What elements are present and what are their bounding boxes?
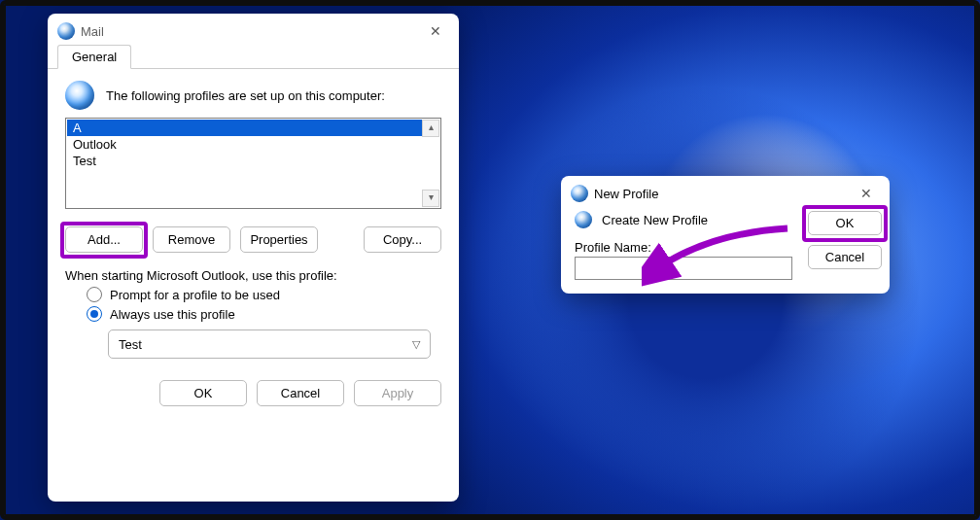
properties-button[interactable]: Properties [240,226,318,253]
tab-general[interactable]: General [57,45,131,69]
new-profile-icon [571,185,588,202]
new-profile-dialog: New Profile ✕ Create New Profile Profile… [561,176,890,294]
scroll-up-icon[interactable]: ▴ [422,120,439,137]
profile-listbox[interactable]: A Outlook Test ▴ ▾ [65,118,441,209]
startup-label: When starting Microsoft Outlook, use thi… [65,268,441,283]
mail-content: The following profiles are set up on thi… [48,69,459,420]
chevron-down-icon: ▽ [412,338,420,351]
new-profile-titlebar: New Profile ✕ [561,176,890,205]
profile-name-label: Profile Name: [575,240,792,255]
radio-prompt[interactable] [87,287,102,302]
new-profile-title: New Profile [594,187,853,201]
close-icon[interactable]: ✕ [422,21,449,41]
scroll-down-icon[interactable]: ▾ [422,190,439,207]
profile-name-input[interactable] [575,257,792,280]
list-item[interactable]: Test [67,153,423,169]
close-icon[interactable]: ✕ [853,184,880,203]
mail-title: Mail [81,24,422,39]
radio-always[interactable] [87,306,102,322]
mail-icon [57,22,75,40]
add-button[interactable]: Add... [65,226,143,253]
radio-always-row[interactable]: Always use this profile [87,306,441,322]
np-cancel-button[interactable]: Cancel [808,245,882,269]
profiles-intro-text: The following profiles are set up on thi… [106,88,385,103]
profile-combobox[interactable]: Test ▽ [108,329,431,359]
radio-prompt-row[interactable]: Prompt for a profile to be used [87,287,441,302]
profile-combobox-value: Test [119,337,142,352]
np-ok-button[interactable]: OK [808,211,882,235]
profiles-icon [65,81,94,110]
list-item[interactable]: Outlook [67,136,423,153]
mail-dialog: Mail ✕ General The following profiles ar… [48,14,459,502]
mail-tabstrip: General [48,43,459,69]
list-item[interactable]: A [67,120,423,136]
apply-button[interactable]: Apply [354,380,441,406]
radio-prompt-label: Prompt for a profile to be used [110,288,280,302]
create-profile-heading: Create New Profile [602,213,708,227]
mail-titlebar: Mail ✕ [48,14,459,43]
ok-button[interactable]: OK [159,380,247,406]
remove-button[interactable]: Remove [153,226,230,253]
copy-button[interactable]: Copy... [364,226,441,253]
radio-always-label: Always use this profile [110,307,235,322]
create-profile-icon [575,211,592,228]
cancel-button[interactable]: Cancel [257,380,344,406]
